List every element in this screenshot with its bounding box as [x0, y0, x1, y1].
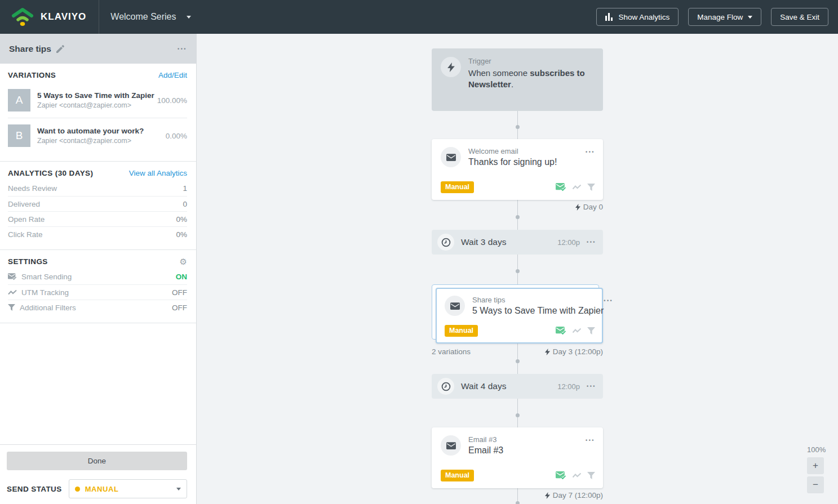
zoom-level: 100%: [807, 445, 824, 454]
card-more-menu-icon[interactable]: [587, 237, 596, 247]
metric-label: Open Rate: [8, 215, 45, 224]
setting-label: Additional Filters: [20, 304, 76, 312]
manual-status-dot: [75, 487, 80, 492]
send-status-dropdown[interactable]: MANUAL: [69, 479, 187, 498]
save-exit-button[interactable]: Save & Exit: [771, 8, 828, 26]
filter-icon: [587, 472, 595, 479]
analytics-row-needs-review: Needs Review 1: [8, 181, 187, 196]
analytics-heading: ANALYTICS (30 DAYS): [8, 169, 93, 177]
email-icon: [441, 147, 461, 167]
flow-trigger-card[interactable]: Trigger When someone subscribes to Newsl…: [432, 48, 603, 111]
connector-dot: [516, 269, 520, 273]
manual-status-badge: Manual: [445, 325, 478, 337]
metric-value: 0%: [176, 215, 187, 224]
settings-heading: SETTINGS: [8, 257, 48, 266]
setting-label: UTM Tracking: [21, 288, 69, 297]
clock-icon: [437, 378, 454, 395]
smart-sending-icon: [8, 273, 17, 280]
sidebar-more-menu-icon[interactable]: [178, 44, 187, 54]
flow-step-welcome-email[interactable]: Welcome email Thanks for signing up! Man…: [432, 139, 603, 200]
card-more-menu-icon[interactable]: [586, 147, 595, 167]
wait-time: 12:00p: [557, 238, 580, 247]
utm-tracking-icon: [8, 289, 17, 296]
metric-label: Click Rate: [8, 230, 43, 239]
send-status-label: SEND STATUS: [7, 485, 62, 493]
step-subject: Email #3: [468, 445, 503, 456]
smart-sending-icon: [556, 183, 566, 191]
klaviyo-wifi-icon: [10, 7, 35, 26]
variation-row-b[interactable]: B Want to automate your work? Zapier <co…: [8, 118, 187, 153]
lightning-icon: [545, 349, 550, 355]
filter-icon: [8, 304, 15, 311]
flow-name: Welcome Series: [110, 12, 176, 22]
chevron-down-icon: [187, 16, 191, 19]
setting-row-utm-tracking[interactable]: UTM Tracking OFF: [8, 284, 187, 300]
smart-sending-icon: [556, 471, 566, 480]
wait-time: 12:00p: [557, 382, 580, 391]
utm-tracking-icon: [572, 184, 582, 190]
save-exit-label: Save & Exit: [780, 13, 819, 21]
filter-icon: [587, 327, 595, 334]
message-sidebar: Share tips VARIATIONS Add/Edit A 5 Ways …: [0, 34, 197, 504]
connector-dot: [516, 125, 520, 129]
zoom-in-button[interactable]: [807, 457, 824, 474]
setting-label: Smart Sending: [21, 273, 72, 281]
metric-label: Needs Review: [8, 184, 57, 193]
klaviyo-logo[interactable]: KLAVIYO: [0, 0, 99, 34]
metric-value: 0: [183, 200, 187, 208]
chevron-down-icon: [176, 488, 181, 490]
utm-tracking-icon: [572, 328, 582, 334]
brand-name: KLAVIYO: [41, 11, 86, 23]
done-button[interactable]: Done: [7, 452, 187, 470]
flow-step-wait-3-days[interactable]: Wait 3 days 12:00p: [432, 230, 603, 255]
flow-step-email-3[interactable]: Email #3 Email #3 Manual: [432, 427, 603, 488]
variations-section: VARIATIONS Add/Edit A 5 Ways to Save Tim…: [0, 64, 196, 162]
variation-row-a[interactable]: A 5 Ways to Save Time with Zapier Zapier…: [8, 83, 187, 118]
top-navbar: KLAVIYO Welcome Series Show Analytics Ma…: [0, 0, 838, 34]
settings-section: SETTINGS ⚙ Smart Sending ON UTM Tracking: [0, 250, 196, 323]
flow-step-share-tips-selected[interactable]: Share tips 5 Ways to Save Time with Zapi…: [432, 284, 607, 344]
step-subject: Thanks for signing up!: [468, 157, 557, 167]
card-more-menu-icon[interactable]: [587, 381, 596, 391]
view-all-analytics-link[interactable]: View all Analytics: [129, 169, 187, 177]
connector-dot: [516, 215, 520, 219]
metric-value: 1: [183, 184, 187, 193]
email-icon: [441, 435, 461, 456]
card-more-menu-icon[interactable]: [604, 296, 613, 316]
setting-row-additional-filters[interactable]: Additional Filters OFF: [8, 300, 187, 315]
analytics-section: ANALYTICS (30 DAYS) View all Analytics N…: [0, 162, 196, 250]
setting-value: ON: [176, 273, 187, 281]
gear-icon[interactable]: ⚙: [180, 257, 187, 266]
edit-pencil-icon[interactable]: [56, 45, 64, 53]
analytics-row-open-rate: Open Rate 0%: [8, 211, 187, 226]
zoom-out-button[interactable]: [807, 476, 824, 493]
day-label: Day 3 (12:00p): [545, 347, 603, 356]
variation-percent: 0.00%: [166, 132, 187, 140]
show-analytics-button[interactable]: Show Analytics: [596, 8, 679, 26]
variation-letter: A: [8, 89, 30, 111]
day-label: Day 7 (12:00p): [432, 491, 603, 499]
filter-icon: [587, 184, 595, 191]
analytics-row-delivered: Delivered 0: [8, 196, 187, 211]
bar-chart-icon: [605, 13, 613, 21]
connector-dot: [516, 413, 520, 417]
add-edit-link[interactable]: Add/Edit: [158, 71, 187, 79]
variation-title: Want to automate your work?: [37, 127, 161, 135]
connector-dot: [516, 359, 520, 363]
send-status-value: MANUAL: [85, 485, 119, 493]
flow-step-wait-4-days[interactable]: Wait 4 days 12:00p: [432, 374, 603, 399]
flow-name-dropdown[interactable]: Welcome Series: [110, 12, 190, 22]
variation-percent: 100.00%: [157, 96, 187, 105]
lightning-icon: [545, 492, 550, 499]
manage-flow-button[interactable]: Manage Flow: [688, 8, 761, 26]
flow-canvas[interactable]: Trigger When someone subscribes to Newsl…: [197, 34, 838, 504]
chevron-down-icon: [748, 16, 752, 19]
setting-row-smart-sending[interactable]: Smart Sending ON: [8, 269, 187, 284]
wait-title: Wait 3 days: [461, 237, 506, 247]
email-icon: [445, 296, 465, 316]
step-name: Welcome email: [468, 147, 557, 155]
lightning-icon: [441, 57, 461, 77]
variation-title: 5 Ways to Save Time with Zapier: [37, 91, 153, 100]
zoom-controls: 100%: [807, 445, 824, 493]
card-more-menu-icon[interactable]: [586, 435, 595, 456]
